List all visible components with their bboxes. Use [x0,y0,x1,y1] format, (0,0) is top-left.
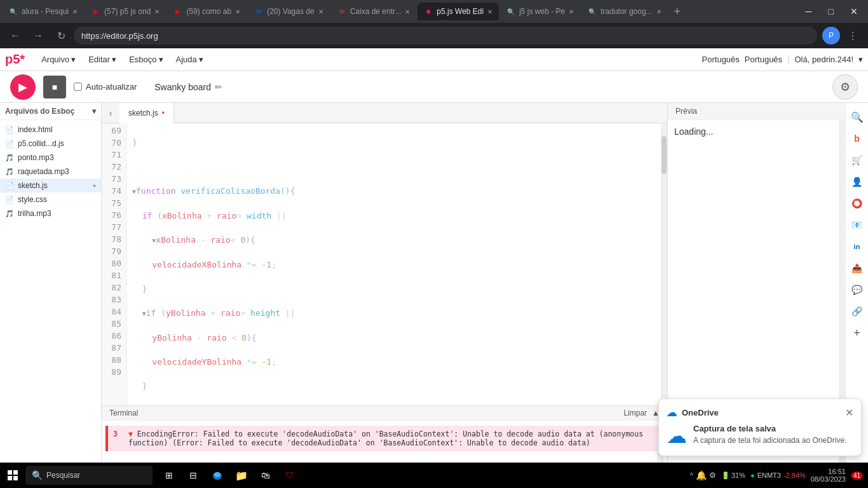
auto-update-checkbox[interactable] [74,83,82,91]
line-74: velocidadeXBolinha *= -1; [132,259,656,271]
collapse-files-button[interactable]: ‹ [102,104,119,122]
search-label: Pesquisar [46,471,80,480]
tab-7[interactable]: 🔍 j5 js web - Pe ✕ [500,3,580,20]
settings-button[interactable]: ⚙ [832,74,858,100]
tb-explorer-icon[interactable]: 📁 [230,463,253,488]
tab-favicon-2: ▶ [92,7,100,16]
rs-icon-send[interactable]: 📤 [847,258,867,278]
tray-icon-2[interactable]: ⚙ [709,471,716,480]
tab-close-4[interactable]: ✕ [318,8,323,15]
profile-icon[interactable]: P [822,27,840,44]
auto-update-label[interactable]: Auto-atualizar [74,82,137,92]
tab-4[interactable]: in (20) Vagas de ✕ [248,3,330,20]
play-button[interactable]: ▶ [10,74,36,100]
tab-close-8[interactable]: ✕ [656,8,661,15]
tab-label-4: (20) Vagas de [267,7,315,16]
menu-arquivo[interactable]: Arquivo ▾ [35,52,82,67]
terminal-clear-button[interactable]: Limpar [623,409,647,417]
od-logo: ☁ [667,407,677,419]
extensions-button[interactable]: ⋮ [843,25,863,46]
rs-icon-user[interactable]: 👤 [847,172,867,192]
file-item-style-css[interactable]: 📄 style.css [0,193,101,207]
search-bar[interactable]: 🔍 Pesquisar [25,466,153,485]
back-button[interactable]: ← [5,25,25,46]
line-72: if (xBolinha + raio> width || [132,210,656,222]
file-item-index-html[interactable]: 📄 index.html [0,123,101,137]
rs-icon-linkedin[interactable]: in [847,236,867,257]
edit-project-name-icon[interactable]: ✏ [215,82,222,92]
file-item-raquetada-mp3[interactable]: 🎵 raquetada.mp3 [0,165,101,179]
minimize-button[interactable]: ─ [798,0,820,23]
rs-icon-brave[interactable]: b [847,128,867,149]
file-icon-sketch: 📄 [5,182,14,190]
tab-6[interactable]: ✱ p5.js Web Edi ✕ [417,3,499,20]
tab-close-5[interactable]: ✕ [405,8,410,15]
tray-arrow[interactable]: ^ [690,471,693,479]
tab-favicon-1: 🔍 [9,7,18,16]
tab-1[interactable]: 🔍 alura - Pesqui ✕ [3,3,84,20]
notification-bell[interactable]: 41 [851,471,863,479]
project-name: Swanky board ✏ [154,82,222,92]
editor-scrollbar[interactable] [661,123,667,405]
tb-edge-icon[interactable] [206,463,229,488]
menu-ajuda[interactable]: Ajuda ▾ [170,52,210,67]
code-view[interactable]: 697071727374 757677787980 818283848586 8… [102,123,661,405]
tb-store-icon[interactable]: 🛍 [254,463,277,488]
toolbar: ▶ ■ Auto-atualizar Swanky board ✏ ⚙ [0,71,868,103]
maximize-button[interactable]: □ [821,0,841,23]
od-title: ☁ OneDrive [667,407,719,419]
line-numbers: 697071727374 757677787980 818283848586 8… [102,123,127,405]
rs-icon-link[interactable]: 🔗 [847,301,867,322]
file-item-sketch-js[interactable]: 📄 sketch.js ▾ [0,179,101,193]
tab-close-1[interactable]: ✕ [72,8,78,15]
code-text[interactable]: } ▼function verificaColisaoBorda(){ if (… [127,123,661,405]
start-button[interactable] [0,463,25,488]
tab-2[interactable]: ▶ (57) p5 js ond ✕ [85,3,166,20]
tab-close-3[interactable]: ✕ [235,8,240,15]
tb-multitasking-icon[interactable]: ⊞ [158,463,180,488]
stop-button[interactable]: ■ [43,76,66,98]
file-item-p5-colliderd[interactable]: 📄 p5.collid...d.js [0,137,101,151]
od-cloud-icon: ☁ [667,424,687,448]
tb-mcafee-icon[interactable]: 🛡 [278,463,301,488]
onedrive-notification: ☁ OneDrive ✕ ☁ Captura de tela salva A c… [658,398,862,456]
tab-close-7[interactable]: ✕ [569,8,574,15]
file-panel-arrow[interactable]: ▾ [92,107,96,116]
file-icon-style: 📄 [5,196,14,204]
rs-icon-shopping[interactable]: 🛒 [847,150,867,170]
editor-tab-sketch[interactable]: sketch.js • [119,103,174,123]
new-tab-button[interactable]: + [669,5,686,18]
tab-8[interactable]: 🔍 tradutor goog... ✕ [581,3,667,20]
tab-3[interactable]: ▶ (59) como ab ✕ [167,3,247,20]
file-item-ponto-mp3[interactable]: 🎵 ponto.mp3 [0,151,101,165]
language-selector[interactable]: Português [702,55,740,64]
tab-favicon-6: ✱ [424,7,433,16]
line-76: ▼if (yBolinha + raio> height || [132,307,656,320]
forward-button[interactable]: → [28,25,48,46]
rs-icon-whatsapp[interactable]: 💬 [847,280,867,300]
editor-scrollbar-thumb[interactable] [661,136,667,174]
address-bar[interactable] [74,27,817,44]
rs-icon-add[interactable]: + [847,323,867,343]
rs-icon-outlook[interactable]: 📧 [847,215,867,235]
tray-icon-1[interactable]: 🔔 [696,470,707,480]
tab-5[interactable]: ✉ Caixa de entr... ✕ [331,3,417,20]
datetime[interactable]: 16:51 08/03/2023 [811,468,846,483]
refresh-button[interactable]: ↻ [51,25,71,46]
menu-esboco[interactable]: Esboço ▾ [123,52,169,67]
file-item-trilha-mp3[interactable]: 🎵 trilha.mp3 [0,207,101,220]
file-more-sketch[interactable]: ▾ [93,182,96,189]
tb-widgets-icon[interactable]: ⊟ [182,463,205,488]
menu-editar[interactable]: Editar ▾ [82,52,123,67]
tab-close-6[interactable]: ✕ [487,8,492,15]
od-close-button[interactable]: ✕ [845,407,853,419]
rs-icon-circle[interactable]: ⭕ [847,193,867,214]
svg-rect-1 [13,470,18,475]
code-editor[interactable]: 697071727374 757677787980 818283848586 8… [102,123,667,405]
tab-close-2[interactable]: ✕ [154,8,159,15]
tab-label-7: j5 js web - Pe [519,7,565,16]
user-menu-arrow[interactable]: ▾ [858,55,863,64]
od-body: ☁ Captura de tela salva A captura de tel… [667,424,853,448]
rs-icon-search[interactable]: 🔍 [847,107,867,127]
close-button[interactable]: ✕ [843,0,865,23]
